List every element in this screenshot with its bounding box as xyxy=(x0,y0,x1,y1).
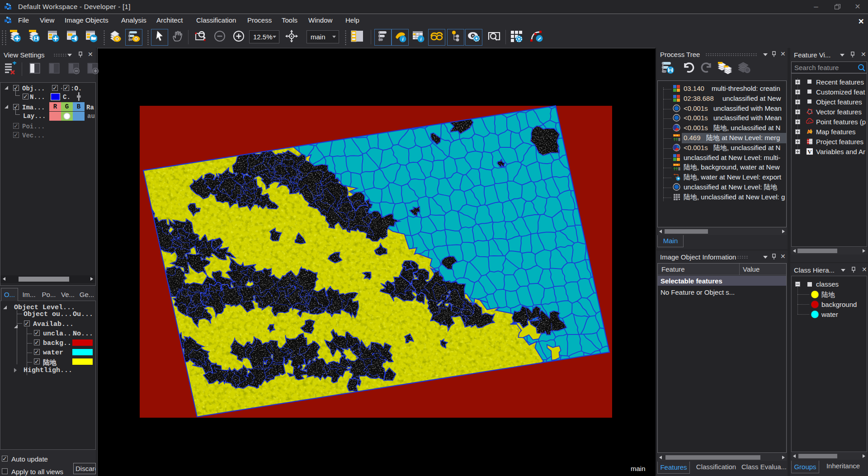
svg-text:V: V xyxy=(807,148,812,155)
